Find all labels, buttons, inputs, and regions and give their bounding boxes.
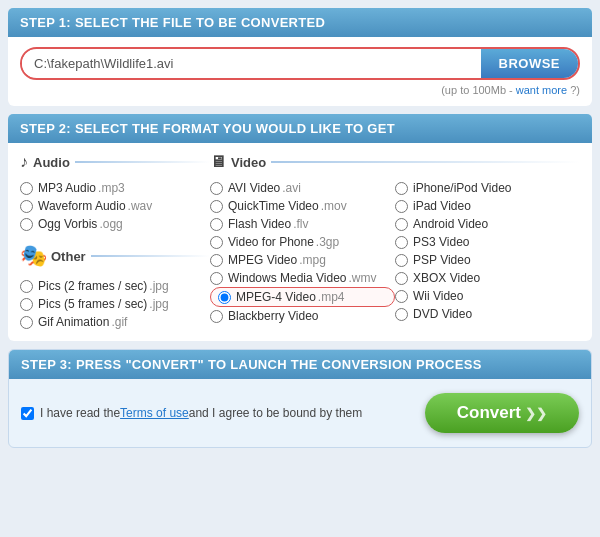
- step1-section: STEP 1: SELECT THE FILE TO BE CONVERTED …: [8, 8, 592, 106]
- video-header: 🖥 Video: [210, 153, 580, 173]
- video-col1-option-5[interactable]: Windows Media Video .wmv: [210, 269, 395, 287]
- radio-vcol1-4[interactable]: [210, 254, 223, 267]
- other-header: 🎭 Other: [20, 243, 210, 271]
- other-option-2[interactable]: Gif Animation .gif: [20, 313, 210, 331]
- browse-button[interactable]: BROWSE: [481, 49, 579, 78]
- upload-info: (up to 100Mb - want more ?): [20, 84, 580, 96]
- audio-option-0[interactable]: MP3 Audio .mp3: [20, 179, 210, 197]
- radio-other-2[interactable]: [20, 316, 33, 329]
- radio-vcol2-0[interactable]: [395, 182, 408, 195]
- radio-vcol2-7[interactable]: [395, 308, 408, 321]
- audio-label: Audio: [33, 155, 70, 170]
- video-grid: AVI Video .avi QuickTime Video .mov Flas…: [210, 179, 580, 325]
- video-col2-option-3[interactable]: PS3 Video: [395, 233, 580, 251]
- audio-option-1[interactable]: Waveform Audio .wav: [20, 197, 210, 215]
- video-col1-option-3[interactable]: Video for Phone .3gp: [210, 233, 395, 251]
- upload-info-end: ?): [567, 84, 580, 96]
- radio-vcol1-3[interactable]: [210, 236, 223, 249]
- step2-section: STEP 2: SELECT THE FORMAT YOU WOULD LIKE…: [8, 114, 592, 341]
- terms-link[interactable]: Terms of use: [120, 406, 189, 420]
- video-col2: iPhone/iPod Video iPad Video Android Vid…: [395, 179, 580, 325]
- audio-header: ♪ Audio: [20, 153, 210, 173]
- video-col1-option-0[interactable]: AVI Video .avi: [210, 179, 395, 197]
- other-option-0[interactable]: Pics (2 frames / sec) .jpg: [20, 277, 210, 295]
- video-icon: 🖥: [210, 153, 226, 171]
- right-col: 🖥 Video AVI Video .avi QuickTime Video .…: [210, 153, 580, 331]
- radio-vcol1-2[interactable]: [210, 218, 223, 231]
- convert-button[interactable]: Convert: [425, 393, 579, 433]
- audio-options: MP3 Audio .mp3 Waveform Audio .wav Ogg V…: [20, 179, 210, 233]
- left-col: ♪ Audio MP3 Audio .mp3 Waveform Audio .w…: [20, 153, 210, 331]
- step3-section: STEP 3: PRESS "CONVERT" TO LAUNCH THE CO…: [8, 349, 592, 448]
- radio-audio-2[interactable]: [20, 218, 33, 231]
- radio-vcol2-6[interactable]: [395, 290, 408, 303]
- video-label: Video: [231, 155, 266, 170]
- convert-label: Convert: [457, 403, 521, 423]
- radio-vcol2-1[interactable]: [395, 200, 408, 213]
- video-col2-option-5[interactable]: XBOX Video: [395, 269, 580, 287]
- radio-vcol1-1[interactable]: [210, 200, 223, 213]
- want-more-link[interactable]: want more: [516, 84, 567, 96]
- video-col1: AVI Video .avi QuickTime Video .mov Flas…: [210, 179, 395, 325]
- step3-header: STEP 3: PRESS "CONVERT" TO LAUNCH THE CO…: [9, 350, 591, 379]
- other-options: Pics (2 frames / sec) .jpg Pics (5 frame…: [20, 277, 210, 331]
- terms-text2: and I agree to be bound by them: [189, 406, 362, 420]
- step2-header: STEP 2: SELECT THE FORMAT YOU WOULD LIKE…: [8, 114, 592, 143]
- video-col1-option-2[interactable]: Flash Video .flv: [210, 215, 395, 233]
- video-col2-option-4[interactable]: PSP Video: [395, 251, 580, 269]
- radio-vcol1-7[interactable]: [210, 310, 223, 323]
- audio-option-2[interactable]: Ogg Vorbis .ogg: [20, 215, 210, 233]
- terms-row: I have read the Terms of use and I agree…: [21, 406, 362, 420]
- video-col2-option-7[interactable]: DVD Video: [395, 305, 580, 323]
- radio-other-0[interactable]: [20, 280, 33, 293]
- radio-vcol2-4[interactable]: [395, 254, 408, 267]
- radio-vcol2-2[interactable]: [395, 218, 408, 231]
- video-col1-option-6[interactable]: MPEG-4 Video .mp4: [210, 287, 395, 307]
- radio-vcol1-6[interactable]: [218, 291, 231, 304]
- upload-info-text: (up to 100Mb -: [441, 84, 516, 96]
- video-col1-option-7[interactable]: Blackberry Video: [210, 307, 395, 325]
- video-col2-option-0[interactable]: iPhone/iPod Video: [395, 179, 580, 197]
- other-icon: 🎭: [20, 243, 47, 269]
- radio-vcol2-5[interactable]: [395, 272, 408, 285]
- radio-audio-0[interactable]: [20, 182, 33, 195]
- terms-text: I have read the: [40, 406, 120, 420]
- step3-content: I have read the Terms of use and I agree…: [21, 389, 579, 437]
- video-col2-option-6[interactable]: Wii Video: [395, 287, 580, 305]
- video-col1-option-4[interactable]: MPEG Video .mpg: [210, 251, 395, 269]
- radio-vcol2-3[interactable]: [395, 236, 408, 249]
- radio-vcol1-0[interactable]: [210, 182, 223, 195]
- radio-audio-1[interactable]: [20, 200, 33, 213]
- file-input-row: BROWSE: [20, 47, 580, 80]
- other-option-1[interactable]: Pics (5 frames / sec) .jpg: [20, 295, 210, 313]
- step1-header: STEP 1: SELECT THE FILE TO BE CONVERTED: [8, 8, 592, 37]
- video-col2-option-2[interactable]: Android Video: [395, 215, 580, 233]
- radio-other-1[interactable]: [20, 298, 33, 311]
- video-col1-option-1[interactable]: QuickTime Video .mov: [210, 197, 395, 215]
- file-path-input[interactable]: [22, 50, 481, 77]
- audio-icon: ♪: [20, 153, 28, 171]
- radio-vcol1-5[interactable]: [210, 272, 223, 285]
- terms-checkbox[interactable]: [21, 407, 34, 420]
- other-label: Other: [51, 249, 86, 264]
- video-col2-option-1[interactable]: iPad Video: [395, 197, 580, 215]
